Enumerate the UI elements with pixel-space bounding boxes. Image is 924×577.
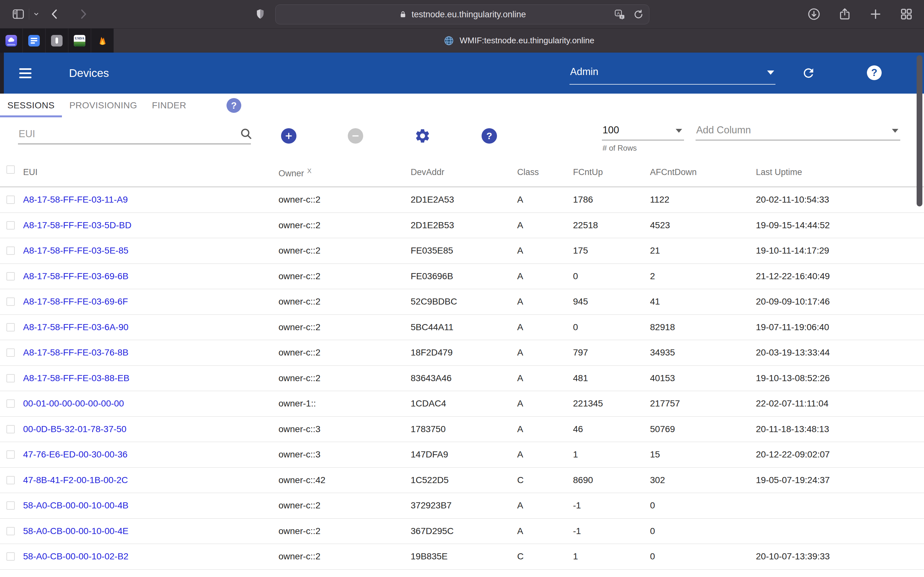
active-tab[interactable]: WMIF:testnode.eu.thingularity.online xyxy=(114,29,924,53)
table-row: A8-17-58-FF-FE-03-6A-90 owner-c::2 5BC44… xyxy=(0,315,924,340)
class-cell: A xyxy=(517,398,523,409)
row-checkbox[interactable] xyxy=(6,221,15,229)
eui-link[interactable]: 58-A0-CB-00-00-10-00-4E xyxy=(23,526,128,536)
column-header-eui[interactable]: EUI xyxy=(23,167,37,177)
downloads-icon[interactable] xyxy=(807,7,821,21)
tab-finder[interactable]: FINDER xyxy=(145,93,194,117)
translate-icon[interactable]: A x xyxy=(614,9,625,20)
row-checkbox[interactable] xyxy=(6,374,15,382)
eui-link[interactable]: A8-17-58-FF-FE-03-88-EB xyxy=(23,373,129,384)
chevron-down-icon xyxy=(767,71,774,75)
new-tab-icon[interactable] xyxy=(869,7,882,21)
sidebar-toggle-icon[interactable] xyxy=(11,7,25,21)
column-header-afcntdown[interactable]: AFCntDown xyxy=(650,167,697,177)
eui-search-input[interactable]: EUI xyxy=(18,123,251,144)
pinned-tab-docs[interactable] xyxy=(23,29,45,53)
row-checkbox[interactable] xyxy=(6,272,15,280)
row-checkbox[interactable] xyxy=(6,247,15,255)
tabs-help-button[interactable]: ? xyxy=(226,98,241,113)
select-all-checkbox[interactable] xyxy=(6,165,15,174)
owner-cell: owner-c::2 xyxy=(278,373,320,384)
table-row: A8-17-58-FF-FE-03-5E-85 owner-c::2 FE035… xyxy=(0,238,924,264)
last-uptime-cell: 19-10-11-14:17:29 xyxy=(756,245,829,256)
tab-provisioning[interactable]: PROVISIONING xyxy=(62,93,144,117)
devaddr-cell: 18F2D479 xyxy=(411,348,453,358)
class-cell: C xyxy=(517,475,523,485)
pinned-tab-info[interactable] xyxy=(45,29,68,53)
row-checkbox[interactable] xyxy=(6,425,15,434)
privacy-shield-icon[interactable] xyxy=(254,8,266,21)
tab-bar: USDA WMIF:testnode.eu.thingularity.onli xyxy=(0,29,924,53)
eui-link[interactable]: 00-0D-B5-32-01-78-37-50 xyxy=(23,424,126,434)
eui-link[interactable]: A8-17-58-FF-FE-03-5D-BD xyxy=(23,220,132,230)
column-header-last-uptime[interactable]: Last Uptime xyxy=(756,167,802,177)
row-checkbox[interactable] xyxy=(6,552,15,561)
pinned-tab-cloud[interactable] xyxy=(0,29,23,53)
account-select[interactable]: Admin xyxy=(569,63,775,85)
share-icon[interactable] xyxy=(838,7,851,21)
refresh-button[interactable] xyxy=(801,66,816,80)
sidebar-chevron-down-icon[interactable] xyxy=(32,10,40,18)
column-header-owner[interactable]: OwnerX xyxy=(278,167,312,179)
add-column-select[interactable]: Add Column xyxy=(696,122,900,140)
tab-overview-icon[interactable] xyxy=(900,7,913,21)
tab-sessions[interactable]: SESSIONS xyxy=(0,93,62,117)
add-device-button[interactable] xyxy=(281,128,296,143)
table-row: A8-17-58-FF-FE-03-5D-BD owner-c::2 2D1E2… xyxy=(0,213,924,239)
owner-cell: owner-c::42 xyxy=(278,475,325,485)
eui-link[interactable]: 58-A0-CB-00-00-10-02-B2 xyxy=(23,551,128,562)
eui-link[interactable]: A8-17-58-FF-FE-03-6A-90 xyxy=(23,322,128,332)
row-checkbox[interactable] xyxy=(6,298,15,306)
eui-link[interactable]: 47-76-E6-ED-00-30-00-36 xyxy=(23,450,128,460)
class-cell: A xyxy=(517,500,523,511)
column-header-fcntup[interactable]: FCntUp xyxy=(573,167,603,177)
last-uptime-cell: 21-12-22-16:40:49 xyxy=(756,271,830,282)
owner-remove-badge[interactable]: X xyxy=(307,167,312,174)
eui-link[interactable]: A8-17-58-FF-FE-03-11-A9 xyxy=(23,195,128,205)
reload-icon[interactable] xyxy=(633,9,644,20)
menu-hamburger-icon[interactable] xyxy=(19,68,31,78)
forward-button-icon[interactable] xyxy=(77,8,89,21)
address-bar[interactable]: testnode.eu.thingularity.online A x xyxy=(275,5,649,24)
row-checkbox[interactable] xyxy=(6,323,15,332)
browser-chrome: testnode.eu.thingularity.online A x xyxy=(0,0,924,53)
eui-link[interactable]: A8-17-58-FF-FE-03-76-8B xyxy=(23,348,128,358)
pinned-tab-firebase[interactable] xyxy=(91,29,114,53)
search-icon[interactable] xyxy=(239,127,253,140)
row-checkbox[interactable] xyxy=(6,476,15,484)
devaddr-cell: 1C522D5 xyxy=(411,475,449,485)
class-cell: A xyxy=(517,348,523,358)
row-checkbox[interactable] xyxy=(6,195,15,204)
fcntup-cell: -1 xyxy=(573,500,581,511)
fcntup-cell: -1 xyxy=(573,526,581,536)
eui-link[interactable]: A8-17-58-FF-FE-03-69-6B xyxy=(23,271,128,282)
class-cell: A xyxy=(517,195,523,205)
header-help-button[interactable]: ? xyxy=(867,65,882,80)
filter-help-button[interactable]: ? xyxy=(481,128,497,143)
row-checkbox[interactable] xyxy=(6,527,15,535)
eui-link[interactable]: 58-A0-CB-00-00-10-00-4B xyxy=(23,500,128,511)
table-row: 47-76-E6-ED-00-30-00-36 owner-c::3 147DF… xyxy=(0,442,924,468)
rows-per-page-select[interactable]: 100 xyxy=(602,122,684,140)
pinned-tab-usda[interactable]: USDA xyxy=(68,29,91,53)
class-cell: A xyxy=(517,297,523,307)
eui-link[interactable]: A8-17-58-FF-FE-03-69-6F xyxy=(23,297,128,307)
class-cell: A xyxy=(517,373,523,384)
row-checkbox[interactable] xyxy=(6,501,15,510)
remove-device-button[interactable] xyxy=(348,128,363,143)
table-row: A8-17-58-FF-FE-03-76-8B owner-c::2 18F2D… xyxy=(0,340,924,366)
eui-link[interactable]: A8-17-58-FF-FE-03-5E-85 xyxy=(23,245,128,256)
eui-link[interactable]: 00-01-00-00-00-00-00-00 xyxy=(23,398,124,409)
afcntdown-cell: 217757 xyxy=(650,398,680,409)
devaddr-cell: 5BC44A11 xyxy=(411,322,453,332)
back-button-icon[interactable] xyxy=(48,8,61,21)
settings-gear-icon[interactable] xyxy=(414,127,431,144)
eui-link[interactable]: 47-8B-41-F2-00-1B-00-2C xyxy=(23,475,128,485)
page-scrollbar[interactable] xyxy=(917,55,922,206)
last-uptime-cell: 19-07-11-19:06:40 xyxy=(756,322,829,332)
column-header-class[interactable]: Class xyxy=(517,167,539,177)
column-header-devaddr[interactable]: DevAddr xyxy=(411,167,444,177)
row-checkbox[interactable] xyxy=(6,450,15,459)
row-checkbox[interactable] xyxy=(6,348,15,357)
row-checkbox[interactable] xyxy=(6,400,15,408)
